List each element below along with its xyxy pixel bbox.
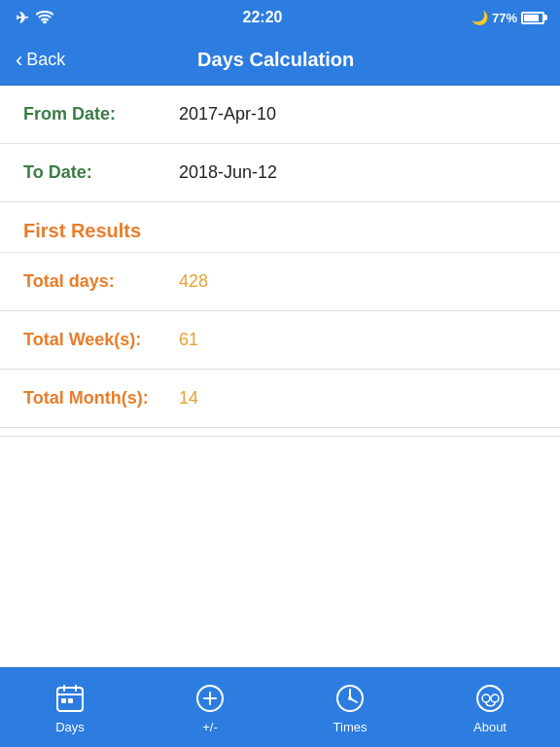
svg-point-0 (44, 21, 46, 23)
tab-days[interactable]: Days (0, 668, 140, 747)
svg-rect-5 (61, 698, 66, 703)
about-icon (472, 681, 508, 716)
tab-plus-minus-label: +/- (202, 720, 218, 734)
main-content: From Date: 2017-Apr-10 To Date: 2018-Jun… (0, 86, 560, 667)
back-chevron-icon: ‹ (16, 50, 22, 71)
total-months-value: 14 (179, 388, 198, 409)
from-date-label: From Date: (23, 104, 179, 124)
tab-times[interactable]: Times (280, 668, 420, 747)
svg-point-16 (491, 694, 499, 702)
tab-about-label: About (473, 720, 507, 734)
battery-icon (521, 12, 544, 24)
days-icon (52, 681, 88, 716)
wifi-icon (36, 10, 53, 26)
times-icon (332, 681, 368, 716)
moon-icon: 🌙 (472, 10, 488, 25)
tab-bar: Days +/- Times (0, 667, 560, 747)
nav-bar: ‹ Back Days Calculation (0, 35, 560, 86)
total-months-label: Total Month(s): (23, 388, 179, 409)
to-date-row: To Date: 2018-Jun-12 (0, 144, 560, 202)
svg-rect-6 (68, 698, 73, 703)
tab-about[interactable]: About (420, 668, 560, 747)
status-right: 🌙 77% (472, 10, 544, 25)
from-date-row: From Date: 2017-Apr-10 (0, 86, 560, 144)
total-days-row: Total days: 428 (0, 253, 560, 311)
first-results-label: First Results (23, 220, 141, 241)
total-weeks-label: Total Week(s): (23, 330, 179, 350)
total-days-label: Total days: (23, 271, 179, 292)
from-date-value: 2017-Apr-10 (179, 104, 276, 124)
svg-point-15 (482, 694, 490, 702)
to-date-value: 2018-Jun-12 (179, 162, 277, 183)
tab-days-label: Days (55, 720, 85, 734)
tab-times-label: Times (333, 720, 368, 734)
page-title: Days Calculation (65, 49, 486, 71)
back-label: Back (26, 50, 65, 70)
first-results-header: First Results (0, 202, 560, 253)
back-button[interactable]: ‹ Back (16, 50, 65, 71)
total-weeks-row: Total Week(s): 61 (0, 311, 560, 370)
status-time: 22:20 (243, 9, 283, 26)
bottom-divider (0, 436, 560, 437)
plus-minus-icon (192, 681, 228, 716)
total-weeks-value: 61 (179, 330, 198, 350)
status-left: ✈ (16, 9, 53, 27)
to-date-label: To Date: (23, 162, 179, 183)
battery-percent: 77% (492, 11, 517, 25)
tab-plus-minus[interactable]: +/- (140, 668, 280, 747)
total-days-value: 428 (179, 271, 208, 292)
svg-line-13 (350, 698, 357, 702)
airplane-icon: ✈ (16, 9, 28, 27)
status-bar: ✈ 22:20 🌙 77% (0, 0, 560, 35)
total-months-row: Total Month(s): 14 (0, 370, 560, 428)
